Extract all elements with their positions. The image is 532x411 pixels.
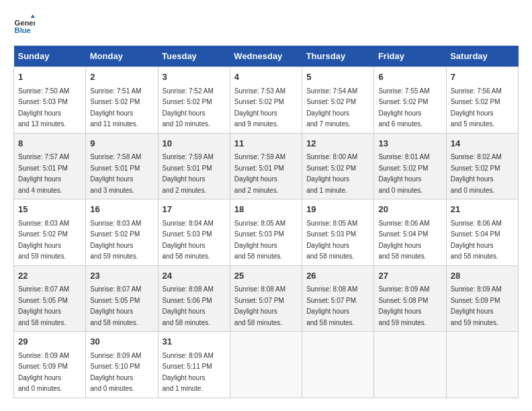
logo: General Blue — [13, 13, 35, 35]
day-number: 23 — [90, 269, 153, 283]
day-info: Sunrise: 8:08 AMSunset: 5:06 PMDaylight … — [163, 285, 214, 326]
calendar-cell: 21Sunrise: 8:06 AMSunset: 5:04 PMDayligh… — [446, 199, 518, 266]
day-info: Sunrise: 7:50 AMSunset: 5:03 PMDaylight … — [18, 87, 69, 128]
calendar-cell — [374, 332, 446, 398]
day-number: 5 — [306, 71, 369, 84]
day-info: Sunrise: 8:09 AMSunset: 5:11 PMDaylight … — [163, 352, 214, 393]
svg-text:Blue: Blue — [15, 26, 31, 34]
calendar-cell: 3Sunrise: 7:52 AMSunset: 5:02 PMDaylight… — [158, 67, 230, 134]
day-number: 22 — [18, 269, 81, 283]
day-number: 14 — [451, 137, 514, 150]
day-info: Sunrise: 8:03 AMSunset: 5:02 PMDaylight … — [90, 220, 141, 261]
calendar-cell: 1Sunrise: 7:50 AMSunset: 5:03 PMDaylight… — [14, 67, 86, 134]
day-info: Sunrise: 8:09 AMSunset: 5:08 PMDaylight … — [378, 285, 429, 326]
page-header: General Blue — [13, 13, 519, 35]
day-number: 20 — [378, 203, 441, 216]
day-header-saturday: Saturday — [446, 46, 518, 67]
calendar-cell: 4Sunrise: 7:53 AMSunset: 5:02 PMDaylight… — [230, 67, 302, 134]
calendar-cell: 5Sunrise: 7:54 AMSunset: 5:02 PMDaylight… — [302, 67, 374, 134]
day-info: Sunrise: 8:03 AMSunset: 5:02 PMDaylight … — [18, 220, 69, 261]
days-header-row: SundayMondayTuesdayWednesdayThursdayFrid… — [14, 46, 519, 67]
day-number: 19 — [306, 203, 369, 216]
day-number: 6 — [378, 71, 441, 84]
calendar-cell: 15Sunrise: 8:03 AMSunset: 5:02 PMDayligh… — [14, 199, 86, 266]
day-number: 4 — [234, 71, 298, 84]
day-number: 11 — [234, 137, 298, 150]
day-info: Sunrise: 7:51 AMSunset: 5:02 PMDaylight … — [90, 87, 141, 128]
day-number: 25 — [234, 269, 298, 283]
day-number: 27 — [378, 269, 441, 283]
day-number: 31 — [163, 335, 226, 349]
day-number: 21 — [451, 203, 514, 216]
day-info: Sunrise: 8:05 AMSunset: 5:03 PMDaylight … — [306, 220, 357, 261]
day-info: Sunrise: 7:59 AMSunset: 5:01 PMDaylight … — [163, 153, 214, 194]
day-info: Sunrise: 8:09 AMSunset: 5:09 PMDaylight … — [18, 352, 69, 393]
day-header-thursday: Thursday — [302, 46, 374, 67]
calendar-cell: 28Sunrise: 8:09 AMSunset: 5:09 PMDayligh… — [446, 265, 518, 332]
calendar-cell: 30Sunrise: 8:09 AMSunset: 5:10 PMDayligh… — [86, 332, 158, 398]
day-number: 3 — [163, 71, 226, 84]
day-number: 2 — [90, 71, 153, 84]
day-number: 28 — [451, 269, 514, 283]
day-number: 7 — [451, 71, 514, 84]
calendar-week-5: 29Sunrise: 8:09 AMSunset: 5:09 PMDayligh… — [14, 332, 519, 398]
calendar-week-2: 8Sunrise: 7:57 AMSunset: 5:01 PMDaylight… — [14, 133, 519, 199]
day-number: 8 — [18, 137, 81, 150]
calendar-cell: 16Sunrise: 8:03 AMSunset: 5:02 PMDayligh… — [86, 199, 158, 266]
day-info: Sunrise: 7:52 AMSunset: 5:02 PMDaylight … — [163, 87, 214, 128]
calendar-cell: 22Sunrise: 8:07 AMSunset: 5:05 PMDayligh… — [14, 265, 86, 332]
day-info: Sunrise: 8:08 AMSunset: 5:07 PMDaylight … — [234, 285, 285, 326]
day-number: 24 — [163, 269, 226, 283]
calendar-week-4: 22Sunrise: 8:07 AMSunset: 5:05 PMDayligh… — [14, 265, 519, 332]
day-info: Sunrise: 8:07 AMSunset: 5:05 PMDaylight … — [18, 285, 69, 326]
day-number: 10 — [163, 137, 226, 150]
svg-marker-2 — [31, 15, 35, 18]
day-header-tuesday: Tuesday — [158, 46, 230, 67]
svg-text:General: General — [15, 19, 35, 27]
day-info: Sunrise: 8:06 AMSunset: 5:04 PMDaylight … — [378, 220, 429, 261]
calendar-cell: 6Sunrise: 7:55 AMSunset: 5:02 PMDaylight… — [374, 67, 446, 134]
day-info: Sunrise: 7:55 AMSunset: 5:02 PMDaylight … — [378, 87, 429, 128]
day-info: Sunrise: 8:08 AMSunset: 5:07 PMDaylight … — [306, 285, 357, 326]
day-header-monday: Monday — [86, 46, 158, 67]
calendar-cell: 18Sunrise: 8:05 AMSunset: 5:03 PMDayligh… — [230, 199, 302, 266]
calendar-cell: 20Sunrise: 8:06 AMSunset: 5:04 PMDayligh… — [374, 199, 446, 266]
day-number: 30 — [90, 335, 153, 349]
day-info: Sunrise: 8:04 AMSunset: 5:03 PMDaylight … — [163, 220, 214, 261]
day-info: Sunrise: 8:09 AMSunset: 5:09 PMDaylight … — [451, 285, 502, 326]
day-info: Sunrise: 8:02 AMSunset: 5:02 PMDaylight … — [451, 153, 502, 194]
day-info: Sunrise: 7:54 AMSunset: 5:02 PMDaylight … — [306, 87, 357, 128]
day-info: Sunrise: 8:05 AMSunset: 5:03 PMDaylight … — [234, 220, 285, 261]
calendar-cell: 17Sunrise: 8:04 AMSunset: 5:03 PMDayligh… — [158, 199, 230, 266]
calendar-cell: 24Sunrise: 8:08 AMSunset: 5:06 PMDayligh… — [158, 265, 230, 332]
calendar-cell: 9Sunrise: 7:58 AMSunset: 5:01 PMDaylight… — [86, 133, 158, 199]
calendar-cell — [302, 332, 374, 398]
day-number: 1 — [18, 71, 81, 84]
logo-icon: General Blue — [13, 13, 35, 35]
day-number: 16 — [90, 203, 153, 216]
day-number: 15 — [18, 203, 81, 216]
day-number: 29 — [18, 335, 81, 349]
calendar-cell: 10Sunrise: 7:59 AMSunset: 5:01 PMDayligh… — [158, 133, 230, 199]
day-info: Sunrise: 8:07 AMSunset: 5:05 PMDaylight … — [90, 285, 141, 326]
calendar-cell: 19Sunrise: 8:05 AMSunset: 5:03 PMDayligh… — [302, 199, 374, 266]
calendar-cell: 2Sunrise: 7:51 AMSunset: 5:02 PMDaylight… — [86, 67, 158, 134]
calendar-cell: 29Sunrise: 8:09 AMSunset: 5:09 PMDayligh… — [14, 332, 86, 398]
calendar-cell — [446, 332, 518, 398]
calendar-week-3: 15Sunrise: 8:03 AMSunset: 5:02 PMDayligh… — [14, 199, 519, 266]
day-number: 12 — [306, 137, 369, 150]
calendar-cell: 26Sunrise: 8:08 AMSunset: 5:07 PMDayligh… — [302, 265, 374, 332]
day-number: 26 — [306, 269, 369, 283]
day-info: Sunrise: 7:58 AMSunset: 5:01 PMDaylight … — [90, 153, 141, 194]
day-number: 9 — [90, 137, 153, 150]
calendar-cell: 27Sunrise: 8:09 AMSunset: 5:08 PMDayligh… — [374, 265, 446, 332]
calendar-table: SundayMondayTuesdayWednesdayThursdayFrid… — [13, 46, 519, 398]
day-number: 17 — [163, 203, 226, 216]
day-info: Sunrise: 8:06 AMSunset: 5:04 PMDaylight … — [451, 220, 502, 261]
calendar-week-1: 1Sunrise: 7:50 AMSunset: 5:03 PMDaylight… — [14, 67, 519, 134]
day-info: Sunrise: 7:59 AMSunset: 5:01 PMDaylight … — [234, 153, 285, 194]
day-number: 18 — [234, 203, 298, 216]
day-info: Sunrise: 7:53 AMSunset: 5:02 PMDaylight … — [234, 87, 285, 128]
day-number: 13 — [378, 137, 441, 150]
day-info: Sunrise: 8:00 AMSunset: 5:02 PMDaylight … — [306, 153, 357, 194]
